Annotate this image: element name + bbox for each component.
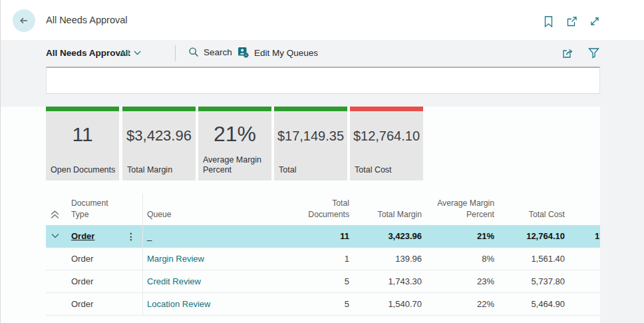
bookmark-icon[interactable] xyxy=(542,15,554,27)
doc-type-cell: Order xyxy=(71,248,93,270)
table-row-group-order[interactable]: Order ⋮ _ 11 3,423.96 21% 12,764.10 17,1… xyxy=(46,225,600,248)
group-total-clipped: 17,149.35 xyxy=(595,225,600,248)
cue-status-bar xyxy=(122,107,196,111)
group-average-margin-percent: 21% xyxy=(428,225,494,248)
cue-status-bar xyxy=(350,107,423,111)
cue-value: 11 xyxy=(46,123,119,146)
group-total-cost: 12,764.10 xyxy=(498,225,565,248)
edit-queues-label: Edit My Queues xyxy=(254,48,318,58)
collapse-all-icon[interactable] xyxy=(50,210,60,219)
filter-icon[interactable] xyxy=(587,47,599,59)
table-header: Document Type Queue Total Documents Tota… xyxy=(46,193,600,225)
total-margin-cell: 139.96 xyxy=(355,248,422,270)
group-total-documents: 11 xyxy=(283,225,349,248)
cue-total-margin[interactable]: $3,423.96 Total Margin xyxy=(122,107,196,180)
queue-link[interactable]: Location Review xyxy=(147,299,210,309)
cue-open-documents[interactable]: 11 Open Documents xyxy=(46,107,119,180)
column-header-total-cost[interactable]: Total Cost xyxy=(498,209,565,220)
group-queue-cell: _ xyxy=(147,225,152,248)
total-documents-cell: 5 xyxy=(283,293,349,316)
cue-average-margin-percent[interactable]: 21% Average Margin Percent xyxy=(198,107,271,180)
page-title: All Needs Approval xyxy=(46,15,128,25)
cue-status-bar xyxy=(198,107,271,111)
total-cost-cell: 1,561.40 xyxy=(498,248,565,270)
back-button[interactable] xyxy=(13,9,35,32)
top-header: All Needs Approval xyxy=(1,0,644,40)
view-filter-dropdown[interactable]: All xyxy=(120,48,141,58)
total-cost-cell: 5,737.80 xyxy=(498,270,565,293)
column-header-queue[interactable]: Queue xyxy=(147,209,172,220)
search-button[interactable]: Search xyxy=(188,47,232,57)
list-caption: All Needs Approval: xyxy=(46,48,131,58)
total-margin-cell: 1,540.70 xyxy=(355,293,422,316)
cue-value: $17,149.35 xyxy=(274,129,347,144)
doc-type-cell: Order xyxy=(71,270,93,293)
open-in-new-window-icon[interactable] xyxy=(565,15,577,27)
edit-queues-icon xyxy=(238,47,249,59)
cue-status-bar xyxy=(46,107,119,111)
cue-value: $12,764.10 xyxy=(350,129,423,144)
doc-type-cell: Order xyxy=(71,293,93,316)
table-row[interactable]: Order Credit Review 5 1,743.30 23% 5,737… xyxy=(46,270,600,293)
toolbar-divider xyxy=(175,45,176,61)
table-row[interactable]: Order Margin Review 1 139.96 8% 1,561.40 xyxy=(46,248,600,270)
total-documents-cell: 1 xyxy=(283,248,349,270)
group-doc-type-link[interactable]: Order xyxy=(71,231,94,241)
search-icon xyxy=(188,47,199,57)
average-margin-percent-cell: 23% xyxy=(428,270,494,293)
queue-link[interactable]: Credit Review xyxy=(147,276,201,286)
edit-my-queues-button[interactable]: Edit My Queues xyxy=(238,47,318,59)
row-kebab-menu-icon[interactable]: ⋮ xyxy=(126,225,136,248)
average-margin-percent-cell: 22% xyxy=(428,293,494,316)
cue-status-bar xyxy=(274,107,347,111)
freeze-pane-divider xyxy=(142,193,143,316)
cue-total[interactable]: $17,149.35 Total xyxy=(274,107,347,180)
cue-label: Total xyxy=(279,165,344,176)
total-cost-cell: 5,464.90 xyxy=(498,293,565,316)
cue-total-cost[interactable]: $12,764.10 Total Cost xyxy=(350,107,423,180)
average-margin-percent-cell: 8% xyxy=(428,248,494,270)
group-total-margin: 3,423.96 xyxy=(355,225,422,248)
column-header-average-margin-percent[interactable]: Average Margin Percent xyxy=(433,198,494,220)
arrow-left-icon xyxy=(19,15,29,26)
cue-label: Average Margin Percent xyxy=(203,155,268,176)
cue-label: Open Documents xyxy=(51,165,116,176)
table-row[interactable]: Order Location Review 5 1,540.70 22% 5,4… xyxy=(46,293,600,316)
chevron-down-icon xyxy=(134,51,141,55)
column-header-total-documents[interactable]: Total Documents xyxy=(301,198,349,220)
business-central-page: All Needs Approval All Needs Approval: xyxy=(0,0,644,323)
action-toolbar: All Needs Approval: All Search xyxy=(1,40,644,67)
filter-pane-input[interactable] xyxy=(46,67,600,94)
search-label: Search xyxy=(204,47,232,57)
total-documents-cell: 5 xyxy=(283,270,349,293)
cue-value: 21% xyxy=(198,122,271,147)
resize-diagonal-icon[interactable] xyxy=(589,15,601,27)
collapse-group-icon[interactable] xyxy=(51,225,63,248)
column-header-total-margin[interactable]: Total Margin xyxy=(355,209,422,220)
cue-value: $3,423.96 xyxy=(122,127,196,145)
view-filter-value: All xyxy=(120,48,130,58)
share-icon[interactable] xyxy=(562,47,574,59)
cue-label: Total Cost xyxy=(355,165,420,176)
total-margin-cell: 1,743.30 xyxy=(355,270,422,293)
queue-link[interactable]: Margin Review xyxy=(147,254,204,264)
cue-label: Total Margin xyxy=(127,165,192,176)
column-header-document-type[interactable]: Document Type xyxy=(71,198,120,220)
